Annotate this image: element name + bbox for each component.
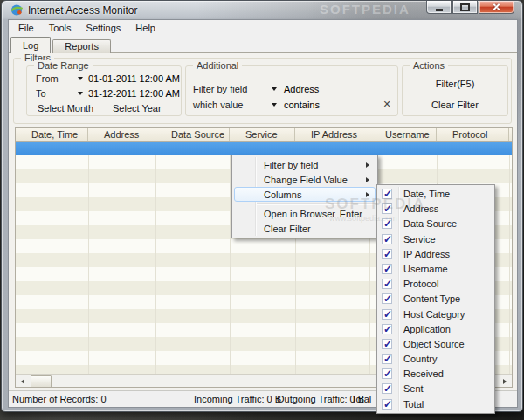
column-toggle-item[interactable]: Total bbox=[377, 397, 494, 412]
softpedia-watermark-title: SOFTPEDIA bbox=[320, 2, 410, 17]
column-toggle-item[interactable]: Received bbox=[377, 367, 494, 382]
column-toggle-item[interactable]: Content Type bbox=[377, 292, 494, 306]
maximize-button[interactable] bbox=[452, 1, 478, 14]
from-date-value[interactable]: 01-01-2011 12:00 AM bbox=[88, 73, 180, 85]
menu-item-label: Filter by field bbox=[264, 159, 318, 172]
column-toggle-item[interactable]: Service bbox=[377, 232, 494, 247]
title-bar[interactable]: Internet Access Monitor bbox=[2, 1, 522, 19]
context-menu-item[interactable]: Change Field Value bbox=[234, 172, 376, 187]
column-toggle-label: Host Category bbox=[403, 309, 465, 320]
tab[interactable]: Reports bbox=[52, 39, 111, 53]
from-chevron-down-icon[interactable] bbox=[78, 77, 83, 80]
check-icon[interactable] bbox=[382, 399, 392, 410]
column-toggle-item[interactable]: Country bbox=[377, 352, 494, 367]
window-controls bbox=[426, 1, 514, 14]
check-icon[interactable] bbox=[382, 383, 392, 394]
column-toggle-label: Sent bbox=[403, 383, 424, 395]
menu-bar: File Tools Settings Help bbox=[9, 20, 517, 37]
column-header[interactable]: IP Address bbox=[295, 128, 369, 141]
selected-row[interactable] bbox=[16, 142, 512, 155]
column-toggle-label: IP Address bbox=[403, 249, 450, 260]
check-icon[interactable] bbox=[382, 324, 392, 334]
select-month-link[interactable]: Select Month bbox=[38, 103, 93, 114]
column-toggle-item[interactable]: Username bbox=[377, 262, 494, 277]
close-button[interactable] bbox=[479, 1, 514, 14]
minimize-icon bbox=[436, 9, 443, 11]
column-toggle-item[interactable]: Host Category bbox=[377, 307, 494, 322]
scrollbar-thumb[interactable] bbox=[31, 375, 52, 388]
column-toggle-label: Content Type bbox=[403, 293, 460, 305]
softpedia-watermark-body: SOFTPEDIA bbox=[325, 196, 425, 213]
filter-condition-value[interactable]: contains bbox=[284, 100, 320, 111]
actions-groupbox: Actions Filter(F5) Clear Filter bbox=[402, 65, 508, 116]
check-icon[interactable] bbox=[382, 354, 392, 364]
check-icon[interactable] bbox=[382, 249, 392, 259]
check-icon[interactable] bbox=[382, 264, 392, 274]
column-toggle-label: Username bbox=[403, 264, 448, 275]
clear-filter-button[interactable]: Clear Filter bbox=[403, 100, 507, 110]
scroll-right-button[interactable] bbox=[498, 375, 512, 387]
desktop: Internet Access Monitor File Tools Setti… bbox=[0, 0, 524, 420]
column-toggle-item[interactable]: Object Source bbox=[377, 337, 494, 352]
column-header[interactable]: Service bbox=[230, 128, 295, 141]
column-header[interactable]: Content Type bbox=[509, 128, 513, 141]
column-toggle-item[interactable]: Sent bbox=[377, 382, 494, 396]
check-icon[interactable] bbox=[382, 293, 392, 304]
column-header[interactable]: Data Source bbox=[155, 128, 230, 141]
maximize-icon bbox=[460, 3, 470, 11]
clear-value-x-icon[interactable] bbox=[382, 99, 392, 109]
menubar-item[interactable]: Tools bbox=[43, 20, 78, 37]
menubar-item[interactable]: Settings bbox=[80, 20, 128, 37]
minimize-button[interactable] bbox=[426, 1, 452, 14]
check-icon[interactable] bbox=[382, 234, 392, 244]
column-header[interactable]: Protocol bbox=[437, 128, 509, 141]
menubar-item[interactable]: Help bbox=[129, 20, 162, 37]
column-toggle-label: Protocol bbox=[403, 279, 438, 290]
column-header[interactable]: Username bbox=[369, 128, 437, 141]
column-toggle-item[interactable]: Protocol bbox=[377, 277, 494, 292]
date-range-group-label: Date Range bbox=[34, 60, 93, 72]
menu-item-label: Change Field Value bbox=[264, 174, 348, 187]
to-chevron-down-icon[interactable] bbox=[78, 92, 83, 95]
context-menu-item[interactable]: Filter by field bbox=[234, 157, 376, 172]
column-toggle-label: Object Source bbox=[403, 339, 465, 350]
check-icon[interactable] bbox=[382, 368, 392, 379]
from-label: From bbox=[36, 73, 59, 85]
filter-field-value[interactable]: Address bbox=[284, 84, 319, 95]
context-menu-item[interactable]: Clear Filter bbox=[234, 221, 376, 236]
column-header[interactable]: Date, Time bbox=[16, 128, 88, 141]
to-date-value[interactable]: 31-12-2011 12:00 AM bbox=[88, 88, 180, 100]
select-year-link[interactable]: Select Year bbox=[113, 103, 162, 114]
check-icon[interactable] bbox=[382, 339, 392, 349]
field-chevron-down-icon[interactable] bbox=[272, 87, 277, 91]
column-gridline bbox=[230, 155, 231, 375]
date-range-groupbox: Date Range From 01-01-2011 12:00 AM To 3… bbox=[26, 65, 182, 116]
check-icon[interactable] bbox=[382, 309, 392, 320]
column-toggle-item[interactable]: IP Address bbox=[377, 247, 494, 262]
menubar-item[interactable]: File bbox=[12, 20, 40, 37]
scroll-left-icon bbox=[21, 379, 24, 384]
records-count: Number of Records: 0 bbox=[12, 393, 107, 406]
column-toggle-item[interactable]: Application bbox=[377, 322, 494, 337]
column-gridline bbox=[88, 155, 89, 375]
additional-groupbox: Additional Filter by field Address which… bbox=[185, 65, 398, 116]
column-header[interactable]: Address bbox=[88, 128, 155, 141]
scroll-left-button[interactable] bbox=[16, 375, 30, 387]
scroll-right-icon bbox=[503, 379, 507, 384]
menu-item-label: Clear Filter bbox=[264, 223, 311, 236]
check-icon[interactable] bbox=[382, 279, 392, 289]
column-toggle-label: Data Source bbox=[403, 218, 457, 230]
value-chevron-down-icon[interactable] bbox=[272, 103, 277, 107]
menu-item-label: Columns bbox=[264, 189, 301, 202]
to-label: To bbox=[36, 88, 46, 100]
filter-f5-button[interactable]: Filter(F5) bbox=[403, 79, 507, 89]
close-icon bbox=[492, 3, 501, 12]
column-toggle-label: Application bbox=[403, 324, 451, 335]
table-header-row: Date, Time Address Data Source Service I… bbox=[16, 128, 513, 142]
column-toggle-label: Total bbox=[403, 399, 424, 410]
tab[interactable]: Log bbox=[10, 37, 51, 53]
column-toggle-label: Received bbox=[403, 368, 444, 380]
column-toggle-label: Country bbox=[403, 354, 438, 365]
softpedia-watermark-url: www.softpedia.com bbox=[329, 214, 397, 223]
column-gridline bbox=[155, 155, 156, 375]
